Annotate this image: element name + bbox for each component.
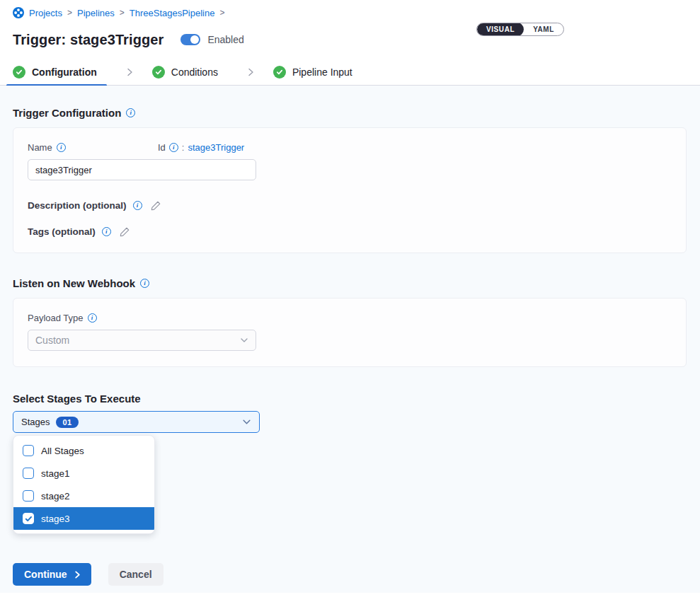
name-label: Name [28, 142, 52, 153]
chevron-right-icon [74, 571, 81, 579]
page-header: Projects > Pipelines > ThreeStagesPipeli… [0, 0, 700, 50]
name-input[interactable] [28, 159, 256, 180]
visual-tab[interactable]: VISUAL [477, 23, 524, 36]
breadcrumb-pipelines[interactable]: Pipelines [77, 8, 115, 18]
stage-option-label: stage3 [41, 514, 70, 524]
select-stages-heading: Select Stages To Execute [13, 393, 141, 405]
check-circle-icon [152, 66, 165, 79]
chevron-right-icon [246, 68, 255, 76]
info-icon[interactable]: i [169, 143, 178, 152]
trigger-configuration-card: Name i Id i : stage3Trigger Description … [13, 127, 687, 253]
trigger-configuration-heading: Trigger Configuration [13, 107, 121, 119]
checkbox-unchecked-icon[interactable] [23, 445, 34, 456]
tab-label: Conditions [171, 66, 218, 78]
continue-button-label: Continue [24, 569, 67, 580]
tab-label: Configuration [32, 66, 97, 78]
tags-label: Tags (optional) [28, 226, 96, 237]
stage-option-stage2[interactable]: stage2 [13, 485, 154, 507]
stages-select[interactable]: Stages 01 [13, 411, 260, 433]
visual-yaml-switcher: VISUAL YAML [476, 23, 564, 36]
check-circle-icon [273, 66, 286, 79]
payload-type-select[interactable]: Custom [28, 330, 256, 351]
footer-actions: Continue Cancel [13, 563, 163, 586]
check-circle-icon [13, 66, 25, 79]
enabled-toggle-label: Enabled [207, 34, 243, 45]
tab-configuration[interactable]: Configuration [13, 59, 107, 86]
stages-dropdown: All Stages stage1 stage2 stage3 [13, 435, 155, 534]
breadcrumb-separator: > [219, 8, 224, 18]
checkbox-unchecked-icon[interactable] [23, 468, 34, 479]
description-label: Description (optional) [28, 200, 127, 211]
stages-count-badge: 01 [56, 417, 78, 428]
breadcrumb-pipeline-name[interactable]: ThreeStagesPipeline [130, 8, 215, 18]
checkbox-unchecked-icon[interactable] [23, 490, 34, 502]
stages-select-label: Stages [21, 417, 50, 427]
webhook-card: Payload Type i Custom [13, 298, 687, 367]
breadcrumb-separator: > [120, 8, 125, 18]
id-colon: : [182, 142, 185, 153]
toggle-knob [190, 35, 199, 44]
cancel-button-label: Cancel [120, 569, 152, 580]
webhook-heading: Listen on New Webhook [13, 277, 135, 289]
cancel-button[interactable]: Cancel [108, 563, 163, 586]
tab-label: Pipeline Input [292, 66, 352, 78]
info-icon[interactable]: i [57, 143, 66, 152]
info-icon[interactable]: i [126, 108, 135, 117]
edit-tags-icon[interactable] [120, 226, 130, 237]
project-logo-icon [13, 7, 24, 18]
stage-option-label: All Stages [41, 446, 84, 456]
main-content: Trigger Configuration i Name i Id i : st… [0, 86, 700, 593]
id-label: Id [158, 142, 166, 153]
yaml-tab[interactable]: YAML [524, 23, 563, 36]
tab-conditions[interactable]: Conditions [152, 59, 228, 86]
breadcrumb-separator: > [67, 8, 72, 18]
stage-option-stage3[interactable]: stage3 [13, 507, 154, 530]
info-icon[interactable]: i [133, 201, 142, 210]
stage-option-all-stages[interactable]: All Stages [13, 439, 154, 462]
stage-option-stage1[interactable]: stage1 [13, 462, 154, 485]
breadcrumb-projects[interactable]: Projects [29, 8, 62, 18]
id-value[interactable]: stage3Trigger [188, 142, 244, 153]
payload-type-value: Custom [35, 335, 69, 346]
checkbox-checked-icon[interactable] [23, 513, 34, 524]
enabled-toggle[interactable] [180, 34, 200, 45]
edit-description-icon[interactable] [151, 200, 161, 211]
stage-option-label: stage2 [41, 491, 70, 502]
info-icon[interactable]: i [140, 279, 149, 288]
wizard-tabs: Configuration Conditions Pipeline Input [0, 59, 700, 86]
breadcrumb: Projects > Pipelines > ThreeStagesPipeli… [13, 6, 687, 19]
chevron-down-icon [242, 417, 251, 427]
payload-type-label: Payload Type [28, 313, 84, 323]
chevron-down-icon [240, 336, 248, 344]
stage-option-label: stage1 [41, 468, 70, 479]
info-icon[interactable]: i [102, 227, 111, 236]
page-title: Trigger: stage3Trigger [13, 32, 163, 48]
tab-pipeline-input[interactable]: Pipeline Input [273, 59, 362, 86]
info-icon[interactable]: i [88, 313, 97, 323]
chevron-right-icon [125, 68, 134, 76]
continue-button[interactable]: Continue [13, 563, 91, 586]
